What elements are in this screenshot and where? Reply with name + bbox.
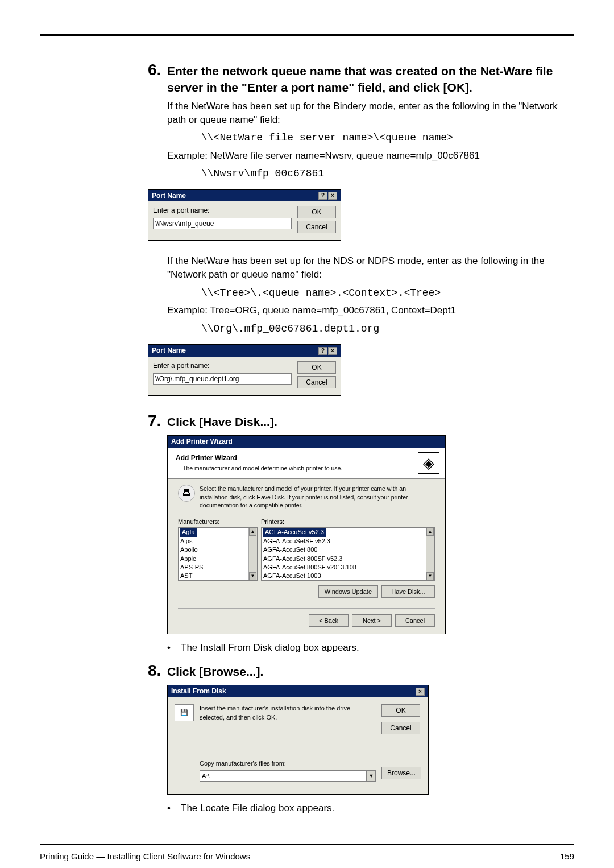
list-item[interactable]: AT&T (179, 581, 257, 581)
list-item[interactable]: AGFA-AccuSet 800 (262, 545, 434, 554)
add-printer-wizard-dialog: Add Printer Wizard Add Printer Wizard Th… (167, 435, 446, 634)
next-button[interactable]: Next > (352, 614, 392, 627)
scroll-up-icon[interactable]: ▲ (426, 528, 434, 536)
step7-bullet-text: The Install From Disk dialog box appears… (181, 641, 359, 655)
step7-heading: Click [Have Disk...]. (167, 414, 277, 430)
printers-listbox[interactable]: AGFA-AccuSet v52.3 AGFA-AccuSetSF v52.3 … (261, 527, 435, 581)
windows-update-button[interactable]: Windows Update (318, 585, 378, 598)
step6-number: 6. (148, 59, 167, 81)
chevron-down-icon[interactable]: ▼ (367, 770, 376, 782)
ok-button[interactable]: OK (297, 361, 336, 374)
scroll-up-icon[interactable]: ▲ (249, 528, 256, 536)
list-item[interactable]: Alps (179, 537, 257, 545)
close-icon[interactable]: × (328, 347, 337, 355)
port-name-input[interactable] (153, 373, 292, 385)
dialog-title-text: Add Printer Wizard (171, 437, 233, 447)
cancel-button[interactable]: Cancel (395, 614, 435, 627)
printer-icon: ◈ (418, 452, 439, 474)
step8-heading: Click [Browse...]. (167, 663, 263, 680)
copy-from-input[interactable] (200, 770, 367, 782)
close-icon[interactable]: × (416, 688, 425, 696)
list-item[interactable]: AGFA-AccuSet 800SF v2013.108 (262, 563, 434, 572)
wizard-info-text: Select the manufacturer and model of you… (200, 485, 435, 510)
step8-bullet-text: The Locate File dialog box appears. (181, 801, 334, 815)
step6-para1: If the NetWare has been set up for the B… (167, 100, 574, 127)
list-item[interactable]: AGFA-AccuSet 1000SF v52.3 (262, 581, 434, 581)
scrollbar[interactable]: ▲ ▼ (248, 528, 257, 580)
list-item[interactable]: AGFA-AccuSet v52.3 (263, 528, 326, 536)
list-item[interactable]: Agfa (180, 528, 197, 536)
dialog-title-text: Port Name (152, 191, 186, 201)
step6-code3: \\<Tree>\.<queue name>.<Context>.<Tree> (201, 286, 574, 300)
list-item[interactable]: Apollo (179, 545, 257, 554)
step6-example2: Example: Tree=ORG, queue name=mfp_00c678… (167, 304, 574, 317)
dialog-title-text: Install From Disk (171, 687, 226, 696)
bullet-icon: • (167, 641, 181, 655)
close-icon[interactable]: × (328, 192, 337, 200)
copy-from-label: Copy manufacturer's files from: (200, 759, 376, 768)
wizard-subtitle: Add Printer Wizard (176, 454, 237, 462)
ok-button[interactable]: OK (381, 704, 420, 717)
back-button[interactable]: < Back (309, 614, 349, 627)
step6-example1: Example: NetWare file server name=Nwsrv,… (167, 149, 574, 163)
dialog-title-text: Port Name (152, 346, 186, 356)
disk-drive-icon: 💾 (175, 704, 194, 721)
help-icon[interactable]: ? (318, 347, 327, 355)
port-name-dialog-2: Port Name ? × Enter a port name: OK Canc… (148, 344, 341, 396)
wizard-subdesc: The manufacturer and model determine whi… (182, 464, 342, 473)
browse-button[interactable]: Browse... (381, 767, 421, 779)
top-rule (40, 34, 574, 36)
printers-label: Printers: (261, 518, 435, 526)
footer-left: Printing Guide — Installing Client Softw… (40, 850, 250, 862)
scrollbar[interactable]: ▲ ▼ (426, 528, 434, 580)
cancel-button[interactable]: Cancel (297, 376, 336, 388)
step6-heading: Enter the network queue name that was cr… (167, 63, 574, 96)
step7-number: 7. (148, 410, 167, 432)
help-icon[interactable]: ? (318, 192, 327, 200)
scroll-down-icon[interactable]: ▼ (426, 572, 434, 580)
list-item[interactable]: AGFA-AccuSet 800SF v52.3 (262, 555, 434, 563)
port-name-label: Enter a port name: (153, 361, 292, 371)
cancel-button[interactable]: Cancel (381, 722, 420, 734)
have-disk-button[interactable]: Have Disk... (381, 585, 435, 598)
port-name-input[interactable] (153, 218, 292, 229)
port-name-label: Enter a port name: (153, 206, 292, 216)
install-disk-text: Insert the manufacturer's installation d… (200, 704, 376, 737)
dialog-titlebar[interactable]: Port Name ? × (148, 190, 341, 202)
ok-button[interactable]: OK (297, 206, 336, 218)
list-item[interactable]: AGFA-AccuSet 1000 (262, 572, 434, 580)
list-item[interactable]: Apple (179, 555, 257, 563)
step8-number: 8. (148, 659, 167, 681)
manufacturers-listbox[interactable]: Agfa Alps Apollo Apple APS-PS AST AT&T ▲… (178, 527, 258, 581)
list-item[interactable]: APS-PS (179, 563, 257, 572)
step6-code1: \\<NetWare file server name>\<queue name… (201, 131, 574, 145)
cancel-button[interactable]: Cancel (297, 221, 336, 233)
step6-para2: If the NetWare has been set up for the N… (167, 254, 574, 282)
dialog-titlebar[interactable]: Port Name ? × (148, 345, 341, 357)
port-name-dialog-1: Port Name ? × Enter a port name: OK Canc… (148, 189, 341, 241)
step6-code2: \\Nwsrv\mfp_00c67861 (201, 167, 574, 181)
step6-code4: \\Org\.mfp_00c67861.dept1.org (201, 322, 574, 336)
dialog-titlebar[interactable]: Install From Disk × (168, 685, 428, 697)
scroll-down-icon[interactable]: ▼ (249, 572, 256, 580)
manufacturers-label: Manufacturers: (178, 518, 258, 526)
bullet-icon: • (167, 801, 181, 815)
install-from-disk-dialog: Install From Disk × 💾 Insert the manufac… (167, 685, 429, 795)
list-item[interactable]: AGFA-AccuSetSF v52.3 (262, 537, 434, 545)
list-item[interactable]: AST (179, 572, 257, 580)
footer-page-number: 159 (560, 850, 574, 862)
printer-info-icon: 🖶 (178, 485, 195, 502)
dialog-titlebar[interactable]: Add Printer Wizard (168, 436, 445, 448)
